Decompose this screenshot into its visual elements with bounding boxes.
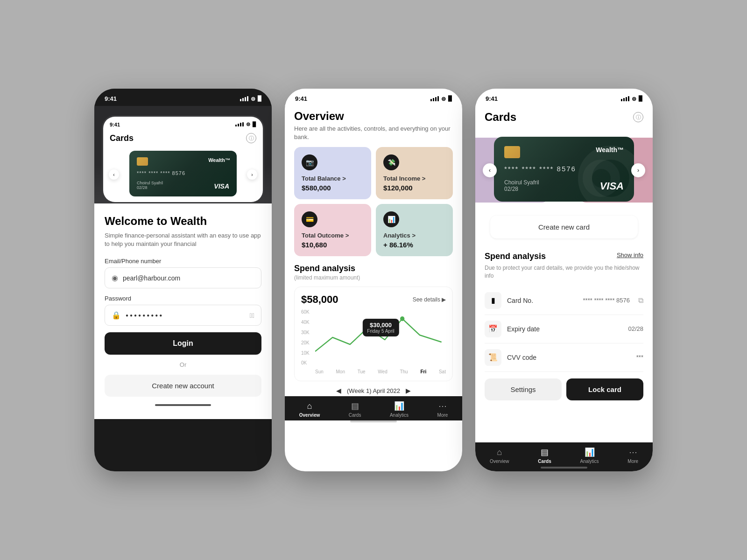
overview-subtitle: Here are all the activities, controls, a… bbox=[294, 125, 453, 141]
create-card-button[interactable]: Create new card bbox=[490, 216, 638, 238]
stat-analytics-label: Analytics > bbox=[383, 232, 445, 239]
chart-amount: $58,000 bbox=[301, 294, 338, 306]
stat-card-balance[interactable]: 📷 Total Balance > $580,000 bbox=[294, 147, 371, 199]
chart-container: $58,000 See details ▶ 60K40K30K20K10K0K … bbox=[294, 287, 453, 381]
nav-analytics-3[interactable]: 📊 Analytics bbox=[580, 447, 599, 464]
card-expiry-main: 02/28 bbox=[504, 186, 539, 192]
spend-section: Spend analysis (limited maximum amount) … bbox=[285, 264, 462, 396]
inner-card-area: ‹ Wealth™ **** **** **** 8576 Choirul Sy… bbox=[103, 147, 263, 202]
inner-header: Cards ⓘ bbox=[103, 129, 263, 147]
expiry-row: 📅 Expiry date 02/28 bbox=[485, 315, 643, 343]
spend-analysis-section: Spend analysis Show info Due to protect … bbox=[475, 244, 653, 442]
status-icons-2: ⊜ ▉ bbox=[430, 96, 452, 102]
screens-container: 9:41 ⊜ ▉ 9:41 bbox=[76, 70, 671, 490]
cards-header: Cards ⓘ bbox=[475, 106, 653, 129]
credit-card-main: Wealth™ **** **** **** 8576 Choirul Syaf… bbox=[494, 137, 634, 202]
chart-svg bbox=[315, 309, 446, 365]
email-value: pearl@harbour.com bbox=[123, 274, 254, 282]
see-details[interactable]: See details ▶ bbox=[413, 296, 446, 303]
inner-signal bbox=[235, 122, 244, 126]
screen1-phone: 9:41 ⊜ ▉ 9:41 bbox=[94, 89, 272, 471]
time-2: 9:41 bbox=[295, 95, 307, 102]
analytics-icon: 📊 bbox=[383, 211, 399, 227]
lock-card-button[interactable]: Lock card bbox=[566, 378, 643, 400]
spend-analysis-title: Spend analysis bbox=[485, 252, 546, 261]
card-nav-left-inner[interactable]: ‹ bbox=[109, 169, 119, 180]
stats-grid: 📷 Total Balance > $580,000 💸 Total Incom… bbox=[285, 147, 462, 264]
nav-cards-2[interactable]: ▤ Cards bbox=[349, 401, 361, 418]
nav-analytics-icon-2: 📊 bbox=[394, 401, 404, 411]
stat-outcome-label: Total Outcome > bbox=[302, 232, 364, 239]
chart-area: 60K40K30K20K10K0K $30,000 Friday 5 April bbox=[301, 309, 446, 365]
card-chip-main bbox=[504, 146, 520, 158]
nav-analytics-2[interactable]: 📊 Analytics bbox=[390, 401, 409, 418]
card-arrow-right-3[interactable]: › bbox=[631, 163, 645, 177]
lock-icon: 🔒 bbox=[112, 311, 121, 320]
card-arrow-left-3[interactable]: ‹ bbox=[483, 163, 497, 177]
status-bar-3: 9:41 ⊜ ▉ bbox=[475, 89, 653, 106]
screen2-phone: 9:41 ⊜ ▉ Overview Here are all the activ… bbox=[285, 89, 462, 471]
inner-time: 9:41 bbox=[110, 122, 120, 127]
login-button[interactable]: Login bbox=[105, 332, 261, 355]
email-input-container[interactable]: ◉ pearl@harbour.com bbox=[105, 267, 261, 288]
info-icon-inner[interactable]: ⓘ bbox=[246, 133, 256, 143]
spend-analysis-sub: Due to protect your card details, we pro… bbox=[485, 264, 643, 280]
or-divider: Or bbox=[105, 361, 261, 368]
stat-card-analytics[interactable]: 📊 Analytics > + 86.16% bbox=[376, 204, 453, 256]
week-prev[interactable]: ◀ bbox=[336, 387, 341, 394]
stat-card-income[interactable]: 💸 Total Income > $120,000 bbox=[376, 147, 453, 199]
nav-overview-2[interactable]: ⌂ Overview bbox=[299, 401, 320, 418]
info-icon-3[interactable]: ⓘ bbox=[633, 112, 643, 122]
stat-income-label: Total Income > bbox=[383, 175, 445, 182]
chart-tooltip: $30,000 Friday 5 April bbox=[362, 319, 399, 336]
wifi-icon-3: ⊜ bbox=[632, 96, 636, 102]
inner-status: 9:41 ⊜ ▉ bbox=[103, 117, 263, 129]
expiry-label: Expiry date bbox=[507, 325, 622, 333]
eye-icon[interactable]: 👁̸ bbox=[250, 312, 254, 319]
card-no-label: Card No. bbox=[507, 297, 578, 304]
nav-more-2[interactable]: ⋯ More bbox=[437, 401, 448, 418]
week-next[interactable]: ▶ bbox=[406, 387, 411, 394]
stat-outcome-value: $10,680 bbox=[302, 241, 364, 249]
stat-card-outcome[interactable]: 💳 Total Outcome > $10,680 bbox=[294, 204, 371, 256]
battery-icon-1: ▉ bbox=[258, 96, 261, 102]
nav-overview-icon-3: ⌂ bbox=[497, 448, 502, 457]
card-brand-inner: Wealth™ bbox=[208, 157, 230, 163]
cvv-row: 📜 CVV code *** bbox=[485, 343, 643, 372]
settings-button[interactable]: Settings bbox=[485, 378, 562, 400]
nav-cards-icon-2: ▤ bbox=[351, 401, 359, 411]
inner-title: Cards bbox=[110, 133, 134, 143]
card-no-value: **** **** **** 8576 bbox=[583, 297, 630, 304]
nav-analytics-label-2: Analytics bbox=[390, 413, 409, 418]
cvv-value: *** bbox=[636, 354, 643, 361]
cvv-label: CVV code bbox=[507, 354, 631, 361]
nav-overview-icon-2: ⌂ bbox=[307, 401, 312, 411]
time-1: 9:41 bbox=[105, 95, 117, 102]
card-nav-right-inner[interactable]: › bbox=[247, 169, 257, 180]
signal-icon-2 bbox=[430, 96, 439, 101]
password-label: Password bbox=[105, 295, 261, 302]
show-info-link[interactable]: Show info bbox=[617, 252, 643, 259]
copy-icon[interactable]: ⧉ bbox=[638, 296, 643, 305]
inner-mockup: 9:41 ⊜ ▉ Cards ⓘ bbox=[94, 106, 272, 203]
card-holder-inner: Choirul Syafril bbox=[137, 181, 163, 185]
wifi-icon-2: ⊜ bbox=[441, 96, 446, 102]
stat-balance-value: $580,000 bbox=[302, 184, 364, 192]
bottom-nav-3: ⌂ Overview ▤ Cards 📊 Analytics ⋯ More bbox=[475, 442, 653, 467]
wifi-icon-1: ⊜ bbox=[251, 96, 255, 102]
password-dots: ●●●●●●●●● bbox=[126, 313, 245, 318]
create-account-button[interactable]: Create new account bbox=[105, 375, 261, 397]
status-icons-1: ⊜ ▉ bbox=[240, 96, 261, 102]
nav-more-3[interactable]: ⋯ More bbox=[627, 447, 638, 464]
nav-analytics-icon-3: 📊 bbox=[585, 447, 595, 457]
card-footer-inner: Choirul Syafril 02/28 VISA bbox=[137, 181, 229, 190]
nav-cards-3[interactable]: ▤ Cards bbox=[538, 447, 551, 464]
card-carousel: ‹ Wealth™ **** **** **** 8576 Choirul Sy… bbox=[475, 129, 653, 211]
password-input-container[interactable]: 🔒 ●●●●●●●●● 👁̸ bbox=[105, 305, 261, 326]
expiry-icon: 📅 bbox=[485, 321, 501, 337]
spend-subtitle: (limited maximum amount) bbox=[294, 274, 453, 281]
nav-overview-3[interactable]: ⌂ Overview bbox=[490, 448, 509, 464]
week-label: (Week 1) April 2022 bbox=[347, 387, 400, 394]
inner-status-icons: ⊜ ▉ bbox=[235, 121, 256, 127]
cards-title: Cards bbox=[485, 111, 516, 124]
